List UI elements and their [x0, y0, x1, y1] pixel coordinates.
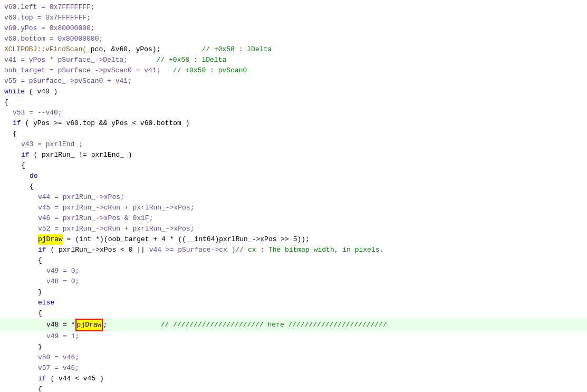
code-token: v49 = 1; [46, 331, 79, 342]
code-token: v48 = * [46, 320, 75, 330]
code-token: // +0x58 : lDelta [128, 55, 226, 65]
code-line: oob_target = pSurface_->pvScan0 + v41; /… [0, 65, 587, 76]
code-token: ( pxrlRun_->xPos < 0 || [46, 245, 145, 255]
code-token: ( v44 < v45 ) [46, 374, 104, 384]
code-token: if [21, 150, 30, 160]
code-line: v60.top = 0x7FFFFFFF; [0, 13, 587, 23]
code-token: { [13, 129, 17, 139]
code-token: v41 = yPos * pSurface_->Delta; [4, 55, 128, 65]
code-line: v45 = pxrlRun_->cRun + pxrlRun_->xPos; [0, 203, 587, 213]
code-token: { [38, 308, 42, 319]
code-line: XCLIPOBJ::vFindScan(_pco, &v60, yPos); /… [0, 44, 587, 55]
code-token: v60.left = 0x7FFFFFFF; [4, 2, 95, 13]
code-token: ; [103, 320, 107, 330]
code-token: // ////////////////////// here /////////… [107, 320, 387, 330]
code-line: if ( pxrlRun_->xPos < 0 || v44 >= pSurfa… [0, 245, 587, 255]
code-line: if ( yPos >= v60.top && yPos < v60.botto… [0, 118, 587, 129]
code-token: oob_target = pSurface_->pvScan0 + v41; [4, 65, 160, 76]
code-token: _pco, &v60, yPos); [86, 44, 160, 55]
code-token: { [4, 97, 8, 108]
code-token: ( pxrlRun_ != pxrlEnd_ ) [30, 150, 132, 160]
code-token: v43 = pxrlEnd_; [21, 139, 83, 150]
code-line: v48 = *pjDraw; // //////////////////////… [0, 319, 587, 331]
code-line: v55 = pSurface_->pvScan0 + v41; [0, 76, 587, 87]
code-line: v46 = pxrlRun_->xPos & 0x1F; [0, 213, 587, 224]
code-token: v44 = pxrlRun_->xPos; [38, 192, 124, 203]
code-token: v60.top = 0x7FFFFFFF; [4, 13, 91, 23]
code-line: pjDraw = (int *)(oob_target + 4 * ((__in… [0, 234, 587, 245]
code-line: v41 = yPos * pSurface_->Delta; // +0x58 … [0, 55, 587, 65]
code-token: v60.bottom = 0x80000000; [4, 34, 103, 44]
code-token: pjDraw [75, 319, 103, 331]
code-line: while ( v40 ) [0, 87, 587, 97]
code-token: ( yPos >= v60.top && yPos < v60.bottom ) [21, 118, 190, 129]
code-token: v57 = v46; [38, 363, 79, 374]
code-line: { [0, 97, 587, 108]
code-line: v49 = 1; [0, 331, 587, 342]
code-line: { [0, 181, 587, 192]
code-line: v60.left = 0x7FFFFFFF; [0, 2, 587, 13]
code-token: v53 = --v40; [13, 108, 62, 118]
code-line: v60.bottom = 0x80000000; [0, 34, 587, 44]
code-token: v44 >= pSurface->cx [145, 245, 232, 255]
code-token: v48 = 0; [46, 276, 79, 287]
code-token: v60.yPos = 0x80000000; [4, 23, 95, 34]
code-token: if [38, 245, 46, 255]
code-token: XCLIPOBJ::vFindScan( [4, 44, 86, 55]
code-line: v49 = 0; [0, 266, 587, 276]
code-line: v53 = --v40; [0, 108, 587, 118]
code-line: if ( v44 < v45 ) [0, 374, 587, 384]
code-line: if ( pxrlRun_ != pxrlEnd_ ) [0, 150, 587, 160]
code-line: v52 = pxrlRun_->cRun + pxrlRun_->xPos; [0, 224, 587, 234]
code-line: } [0, 342, 587, 352]
code-token: do [30, 171, 38, 181]
code-line: } [0, 287, 587, 298]
code-line: v44 = pxrlRun_->xPos; [0, 192, 587, 203]
code-token: )// cx : The bitmap width, in pixels. [232, 245, 384, 255]
code-line: v43 = pxrlEnd_; [0, 139, 587, 150]
code-token: v46 = pxrlRun_->xPos & 0x1F; [38, 213, 153, 224]
code-token: { [30, 181, 34, 192]
code-token: v52 = pxrlRun_->cRun + pxrlRun_->xPos; [38, 224, 194, 234]
code-token: if [13, 118, 21, 129]
code-line: { [0, 255, 587, 266]
code-line: v57 = v46; [0, 363, 587, 374]
code-line: do [0, 171, 587, 181]
code-line: v60.yPos = 0x80000000; [0, 23, 587, 34]
code-line: else [0, 298, 587, 308]
code-line: { [0, 308, 587, 319]
code-token: // +0x58 : lDelta [160, 44, 272, 55]
code-line: v48 = 0; [0, 276, 587, 287]
code-token: while [4, 87, 25, 97]
code-token: } [38, 287, 42, 298]
code-token: v50 = v46; [38, 352, 79, 363]
code-token: v45 = pxrlRun_->cRun + pxrlRun_->xPos; [38, 203, 194, 213]
code-token: { [21, 160, 25, 171]
code-token: pjDraw [38, 234, 63, 245]
code-token: v49 = 0; [46, 266, 79, 276]
code-token: else [38, 298, 54, 308]
code-token: ( v40 ) [25, 87, 57, 97]
code-token: { [38, 384, 42, 392]
code-token: if [38, 374, 46, 384]
code-token: // +0x50 : pvScan0 [160, 65, 247, 76]
code-line: { [0, 129, 587, 139]
code-content: v60.left = 0x7FFFFFFF;v60.top = 0x7FFFFF… [0, 2, 587, 392]
code-line: { [0, 160, 587, 171]
code-token: = (int *)(oob_target + 4 * ((__int64)pxr… [63, 234, 310, 245]
code-line: { [0, 384, 587, 393]
code-token: } [38, 342, 42, 352]
code-editor: v60.left = 0x7FFFFFFF;v60.top = 0x7FFFFF… [0, 0, 587, 392]
code-token: v55 = pSurface_->pvScan0 + v41; [4, 76, 132, 87]
code-token: { [38, 255, 42, 266]
code-line: v50 = v46; [0, 352, 587, 363]
